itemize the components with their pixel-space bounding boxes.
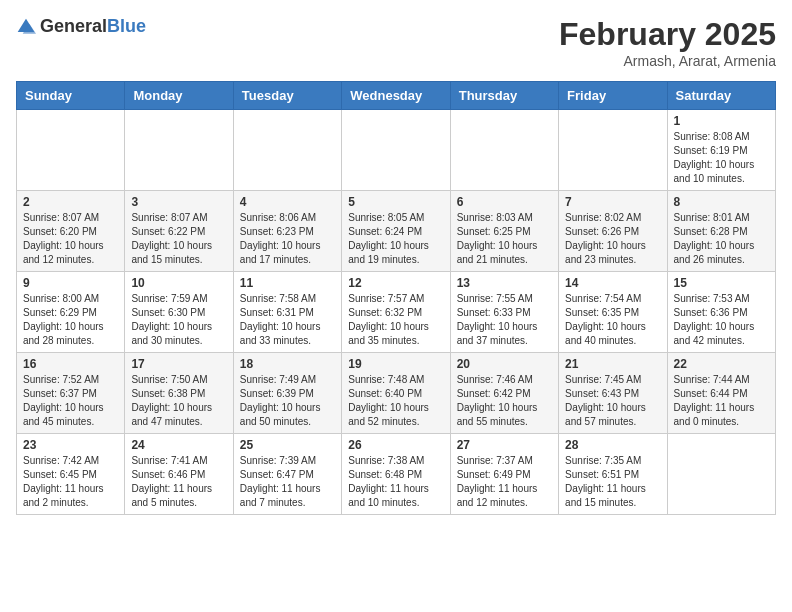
- calendar-cell: 5Sunrise: 8:05 AM Sunset: 6:24 PM Daylig…: [342, 191, 450, 272]
- calendar-cell: 8Sunrise: 8:01 AM Sunset: 6:28 PM Daylig…: [667, 191, 775, 272]
- calendar-cell: 26Sunrise: 7:38 AM Sunset: 6:48 PM Dayli…: [342, 434, 450, 515]
- day-number: 12: [348, 276, 443, 290]
- calendar-cell: 4Sunrise: 8:06 AM Sunset: 6:23 PM Daylig…: [233, 191, 341, 272]
- weekday-header-monday: Monday: [125, 82, 233, 110]
- logo-icon: [16, 17, 36, 37]
- day-info: Sunrise: 7:59 AM Sunset: 6:30 PM Dayligh…: [131, 292, 226, 348]
- calendar-cell: 20Sunrise: 7:46 AM Sunset: 6:42 PM Dayli…: [450, 353, 558, 434]
- day-info: Sunrise: 7:37 AM Sunset: 6:49 PM Dayligh…: [457, 454, 552, 510]
- title-block: February 2025 Armash, Ararat, Armenia: [559, 16, 776, 69]
- calendar-cell: [559, 110, 667, 191]
- day-info: Sunrise: 8:05 AM Sunset: 6:24 PM Dayligh…: [348, 211, 443, 267]
- day-number: 6: [457, 195, 552, 209]
- calendar-week-row: 1Sunrise: 8:08 AM Sunset: 6:19 PM Daylig…: [17, 110, 776, 191]
- calendar-cell: [17, 110, 125, 191]
- calendar-cell: [450, 110, 558, 191]
- calendar-cell: 11Sunrise: 7:58 AM Sunset: 6:31 PM Dayli…: [233, 272, 341, 353]
- calendar-cell: 13Sunrise: 7:55 AM Sunset: 6:33 PM Dayli…: [450, 272, 558, 353]
- day-info: Sunrise: 8:07 AM Sunset: 6:20 PM Dayligh…: [23, 211, 118, 267]
- day-info: Sunrise: 7:57 AM Sunset: 6:32 PM Dayligh…: [348, 292, 443, 348]
- calendar-cell: 23Sunrise: 7:42 AM Sunset: 6:45 PM Dayli…: [17, 434, 125, 515]
- day-info: Sunrise: 7:45 AM Sunset: 6:43 PM Dayligh…: [565, 373, 660, 429]
- calendar-cell: 17Sunrise: 7:50 AM Sunset: 6:38 PM Dayli…: [125, 353, 233, 434]
- day-info: Sunrise: 7:39 AM Sunset: 6:47 PM Dayligh…: [240, 454, 335, 510]
- calendar-cell: 12Sunrise: 7:57 AM Sunset: 6:32 PM Dayli…: [342, 272, 450, 353]
- day-info: Sunrise: 8:07 AM Sunset: 6:22 PM Dayligh…: [131, 211, 226, 267]
- day-info: Sunrise: 7:46 AM Sunset: 6:42 PM Dayligh…: [457, 373, 552, 429]
- day-info: Sunrise: 8:02 AM Sunset: 6:26 PM Dayligh…: [565, 211, 660, 267]
- weekday-header-sunday: Sunday: [17, 82, 125, 110]
- day-number: 28: [565, 438, 660, 452]
- calendar-week-row: 16Sunrise: 7:52 AM Sunset: 6:37 PM Dayli…: [17, 353, 776, 434]
- day-number: 16: [23, 357, 118, 371]
- day-info: Sunrise: 8:08 AM Sunset: 6:19 PM Dayligh…: [674, 130, 769, 186]
- day-number: 11: [240, 276, 335, 290]
- day-number: 26: [348, 438, 443, 452]
- calendar-cell: [342, 110, 450, 191]
- calendar-cell: 3Sunrise: 8:07 AM Sunset: 6:22 PM Daylig…: [125, 191, 233, 272]
- day-number: 17: [131, 357, 226, 371]
- day-info: Sunrise: 8:01 AM Sunset: 6:28 PM Dayligh…: [674, 211, 769, 267]
- weekday-header-friday: Friday: [559, 82, 667, 110]
- month-year-title: February 2025: [559, 16, 776, 53]
- day-info: Sunrise: 7:49 AM Sunset: 6:39 PM Dayligh…: [240, 373, 335, 429]
- day-info: Sunrise: 7:52 AM Sunset: 6:37 PM Dayligh…: [23, 373, 118, 429]
- calendar-cell: 9Sunrise: 8:00 AM Sunset: 6:29 PM Daylig…: [17, 272, 125, 353]
- weekday-header-thursday: Thursday: [450, 82, 558, 110]
- logo-blue: Blue: [107, 16, 146, 36]
- weekday-header-saturday: Saturday: [667, 82, 775, 110]
- day-info: Sunrise: 7:50 AM Sunset: 6:38 PM Dayligh…: [131, 373, 226, 429]
- weekday-header-tuesday: Tuesday: [233, 82, 341, 110]
- calendar-cell: 24Sunrise: 7:41 AM Sunset: 6:46 PM Dayli…: [125, 434, 233, 515]
- day-number: 20: [457, 357, 552, 371]
- calendar-week-row: 9Sunrise: 8:00 AM Sunset: 6:29 PM Daylig…: [17, 272, 776, 353]
- calendar-cell: 28Sunrise: 7:35 AM Sunset: 6:51 PM Dayli…: [559, 434, 667, 515]
- day-info: Sunrise: 7:38 AM Sunset: 6:48 PM Dayligh…: [348, 454, 443, 510]
- calendar-cell: 25Sunrise: 7:39 AM Sunset: 6:47 PM Dayli…: [233, 434, 341, 515]
- calendar-cell: 18Sunrise: 7:49 AM Sunset: 6:39 PM Dayli…: [233, 353, 341, 434]
- calendar-cell: 6Sunrise: 8:03 AM Sunset: 6:25 PM Daylig…: [450, 191, 558, 272]
- day-number: 10: [131, 276, 226, 290]
- day-info: Sunrise: 8:03 AM Sunset: 6:25 PM Dayligh…: [457, 211, 552, 267]
- day-number: 7: [565, 195, 660, 209]
- calendar-cell: [667, 434, 775, 515]
- day-info: Sunrise: 7:41 AM Sunset: 6:46 PM Dayligh…: [131, 454, 226, 510]
- day-number: 13: [457, 276, 552, 290]
- calendar-week-row: 2Sunrise: 8:07 AM Sunset: 6:20 PM Daylig…: [17, 191, 776, 272]
- day-info: Sunrise: 7:54 AM Sunset: 6:35 PM Dayligh…: [565, 292, 660, 348]
- calendar-cell: 19Sunrise: 7:48 AM Sunset: 6:40 PM Dayli…: [342, 353, 450, 434]
- calendar-cell: 14Sunrise: 7:54 AM Sunset: 6:35 PM Dayli…: [559, 272, 667, 353]
- day-number: 15: [674, 276, 769, 290]
- day-info: Sunrise: 7:55 AM Sunset: 6:33 PM Dayligh…: [457, 292, 552, 348]
- calendar-cell: 1Sunrise: 8:08 AM Sunset: 6:19 PM Daylig…: [667, 110, 775, 191]
- day-number: 9: [23, 276, 118, 290]
- weekday-header-wednesday: Wednesday: [342, 82, 450, 110]
- day-number: 8: [674, 195, 769, 209]
- calendar-cell: 10Sunrise: 7:59 AM Sunset: 6:30 PM Dayli…: [125, 272, 233, 353]
- day-info: Sunrise: 7:48 AM Sunset: 6:40 PM Dayligh…: [348, 373, 443, 429]
- calendar-week-row: 23Sunrise: 7:42 AM Sunset: 6:45 PM Dayli…: [17, 434, 776, 515]
- day-number: 19: [348, 357, 443, 371]
- day-info: Sunrise: 7:58 AM Sunset: 6:31 PM Dayligh…: [240, 292, 335, 348]
- day-number: 18: [240, 357, 335, 371]
- day-number: 23: [23, 438, 118, 452]
- calendar-cell: 27Sunrise: 7:37 AM Sunset: 6:49 PM Dayli…: [450, 434, 558, 515]
- calendar-cell: 22Sunrise: 7:44 AM Sunset: 6:44 PM Dayli…: [667, 353, 775, 434]
- day-number: 1: [674, 114, 769, 128]
- day-info: Sunrise: 7:53 AM Sunset: 6:36 PM Dayligh…: [674, 292, 769, 348]
- calendar-table: SundayMondayTuesdayWednesdayThursdayFrid…: [16, 81, 776, 515]
- day-number: 25: [240, 438, 335, 452]
- calendar-cell: [125, 110, 233, 191]
- day-info: Sunrise: 7:35 AM Sunset: 6:51 PM Dayligh…: [565, 454, 660, 510]
- day-number: 4: [240, 195, 335, 209]
- calendar-cell: 2Sunrise: 8:07 AM Sunset: 6:20 PM Daylig…: [17, 191, 125, 272]
- calendar-cell: [233, 110, 341, 191]
- day-number: 3: [131, 195, 226, 209]
- calendar-cell: 7Sunrise: 8:02 AM Sunset: 6:26 PM Daylig…: [559, 191, 667, 272]
- day-number: 5: [348, 195, 443, 209]
- day-number: 21: [565, 357, 660, 371]
- day-number: 24: [131, 438, 226, 452]
- page-header: GeneralBlue February 2025 Armash, Ararat…: [16, 16, 776, 69]
- day-info: Sunrise: 7:42 AM Sunset: 6:45 PM Dayligh…: [23, 454, 118, 510]
- day-number: 22: [674, 357, 769, 371]
